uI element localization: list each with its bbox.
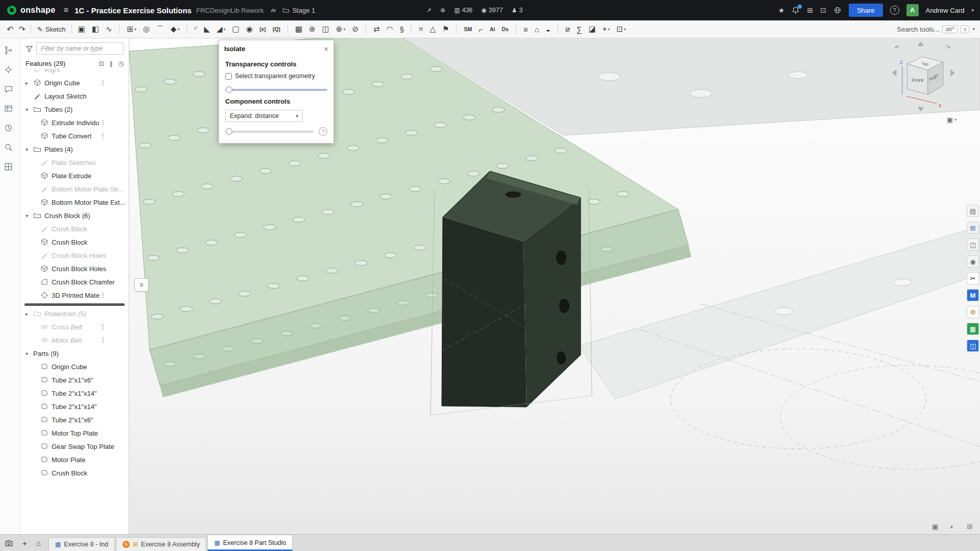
- display-states-panel-button[interactable]: ◫: [967, 238, 979, 251]
- chevron-down-icon[interactable]: ▾: [26, 107, 33, 112]
- user-avatar[interactable]: A: [906, 4, 919, 16]
- feature-item[interactable]: Tube Convert⋮: [20, 129, 129, 142]
- tool-variable-studio-button[interactable]: (Q): [271, 22, 282, 36]
- feature-item[interactable]: Motor Top Plate: [20, 426, 129, 440]
- feature-item[interactable]: Layout Sketch: [20, 89, 129, 103]
- tool-sheet-metal-button[interactable]: SM: [462, 22, 474, 36]
- feature-item[interactable]: Plate Sketches: [20, 156, 129, 169]
- context-dots-icon[interactable]: ⋮: [100, 293, 106, 298]
- feature-item[interactable]: ▾Crush Block (6): [20, 209, 129, 222]
- context-dots-icon[interactable]: ⋮: [100, 324, 106, 329]
- tool-section-view-button[interactable]: ◪: [587, 22, 598, 36]
- tab-exercise-8-ind[interactable]: ▦Exercise 8 - Ind: [49, 537, 115, 551]
- comments-panel-button[interactable]: [5, 83, 16, 94]
- turntable-tool-button[interactable]: ◐: [946, 521, 959, 532]
- expand-dropdown[interactable]: Expand: distance ▾: [225, 110, 303, 122]
- feature-item[interactable]: 3D Printed Mate...⋮: [20, 289, 129, 302]
- tool-extrude-button[interactable]: ⊞▾: [125, 22, 138, 36]
- tool-window-layout-button[interactable]: ⊡▾: [614, 22, 628, 36]
- tool-gusset-button[interactable]: △: [427, 22, 438, 36]
- distance-slider-track[interactable]: [225, 131, 314, 133]
- tool-measure-button[interactable]: ⌀: [563, 22, 572, 36]
- tool-hole-button[interactable]: ◉: [244, 22, 255, 36]
- tool-mass-properties-button[interactable]: ∑: [575, 22, 584, 36]
- rotate-right-arrow[interactable]: [950, 69, 955, 77]
- spreadsheet-app-button[interactable]: ▦: [967, 323, 979, 335]
- tool-shell-button[interactable]: ▢: [230, 22, 242, 36]
- grid-toggle-button[interactable]: ⊞: [964, 521, 976, 532]
- feature-item[interactable]: Bottom Motor Plate Ext...: [20, 196, 129, 209]
- tool-frame-button[interactable]: ⌗: [417, 22, 425, 36]
- isolate-help-icon[interactable]: ?: [319, 127, 327, 136]
- tool-linear-pattern-button[interactable]: ▦: [293, 22, 304, 36]
- feature-item[interactable]: Right: [20, 69, 129, 76]
- feature-tree-scroll[interactable]: Right▸Origin Cube⋮Layout Sketch▾Tubes (2…: [20, 69, 129, 534]
- rollback-bar[interactable]: [20, 302, 129, 307]
- stat-shared[interactable]: ↗: [426, 7, 432, 14]
- bom-panel-button[interactable]: [5, 161, 16, 172]
- stat-copies[interactable]: ▥436: [454, 7, 472, 14]
- search-panel-button[interactable]: [5, 141, 16, 153]
- rotate-cw-icon[interactable]: ↷: [946, 44, 951, 51]
- tool-split-button[interactable]: ⊘: [350, 22, 361, 36]
- render-image-tool-button[interactable]: ▣: [929, 521, 941, 532]
- bom-app-button[interactable]: ◫: [967, 340, 979, 352]
- tool-thicken-button[interactable]: ≡: [521, 22, 530, 36]
- feature-item[interactable]: Extrude Individu...⋮: [20, 116, 129, 129]
- tool-draft-button[interactable]: ◢▾: [214, 22, 228, 36]
- stat-public[interactable]: ⊕: [440, 7, 445, 14]
- tool-drawing-standards-button[interactable]: Ds: [500, 22, 511, 36]
- tool-named-views-button[interactable]: ⌖▾: [601, 22, 612, 36]
- tool-copy-button[interactable]: ▣: [76, 22, 87, 36]
- gears-app-button[interactable]: ⚙: [967, 306, 979, 318]
- feature-item[interactable]: Crush Block: [20, 235, 129, 249]
- feature-item[interactable]: ▾Plates (4): [20, 142, 129, 156]
- user-menu-caret-icon[interactable]: ▾: [971, 8, 974, 13]
- history-icon[interactable]: ◷: [118, 60, 124, 67]
- transparency-slider-track[interactable]: [225, 89, 327, 91]
- feature-item[interactable]: Tube 2"x1"x6": [20, 373, 129, 387]
- distance-slider[interactable]: [225, 128, 314, 135]
- feature-item[interactable]: Cross Belt⋮: [20, 320, 129, 333]
- feature-item[interactable]: Plate Extrude: [20, 169, 129, 182]
- chevron-right-icon[interactable]: ▸: [26, 80, 33, 86]
- tool-spline-button[interactable]: ∿: [104, 22, 114, 36]
- history-panel-button[interactable]: [5, 44, 16, 56]
- tab-exercise-8-part-studio[interactable]: ▦Exercise 8 Part Studio: [207, 535, 293, 551]
- sketch-button[interactable]: ✎ Sketch: [34, 24, 69, 35]
- context-dots-icon[interactable]: ⋮: [100, 80, 106, 85]
- chevron-down-icon[interactable]: ▾: [26, 213, 33, 219]
- feature-item[interactable]: Motor Plate: [20, 453, 129, 466]
- context-dots-icon[interactable]: ⋮: [100, 120, 106, 125]
- tool-enclose-button[interactable]: ⌂: [533, 22, 541, 36]
- filter-funnel-icon[interactable]: [26, 45, 33, 53]
- feature-item[interactable]: Tube 2"x1"x14": [20, 400, 129, 413]
- versions-panel-button[interactable]: [5, 122, 16, 133]
- context-dots-icon[interactable]: ⋮: [100, 338, 106, 343]
- globe-icon[interactable]: [833, 6, 842, 14]
- show-insert-bar-icon[interactable]: ⊡: [99, 60, 104, 67]
- feature-item[interactable]: Bottom Motor Plate Sk...: [20, 182, 129, 196]
- tool-ai-advisor-button[interactable]: Ai: [488, 22, 497, 36]
- feature-item[interactable]: Crush Block: [20, 466, 129, 480]
- feature-list-toggle-button[interactable]: ≡: [134, 278, 149, 292]
- tool-tag-button[interactable]: ⚑: [440, 22, 451, 36]
- copy-link-icon[interactable]: [270, 7, 277, 14]
- feature-item[interactable]: ▸Powertrain (5): [20, 307, 129, 320]
- tool-helix-button[interactable]: §: [398, 22, 406, 36]
- distance-slider-knob[interactable]: [226, 128, 232, 135]
- close-icon[interactable]: ×: [324, 46, 328, 52]
- rollback-bar-handle[interactable]: [25, 303, 125, 306]
- undo-button[interactable]: ↶: [4, 23, 16, 35]
- stat-followers[interactable]: ♟3: [512, 7, 523, 14]
- rotate-left-arrow[interactable]: [892, 69, 897, 77]
- transparency-slider[interactable]: [225, 86, 327, 93]
- feature-item[interactable]: Tube 2"x1"x6": [20, 413, 129, 426]
- share-button[interactable]: Share: [849, 4, 883, 17]
- apps-grid-icon[interactable]: ⊞: [807, 6, 813, 14]
- appearance-panel-button[interactable]: ⊞: [967, 222, 979, 234]
- custom-tables-panel-button[interactable]: [5, 103, 16, 114]
- tool-fillet-button[interactable]: ◜: [193, 22, 200, 36]
- rotate-ccw-icon[interactable]: ↶: [895, 44, 900, 51]
- properties-panel-button[interactable]: ▤: [967, 205, 979, 217]
